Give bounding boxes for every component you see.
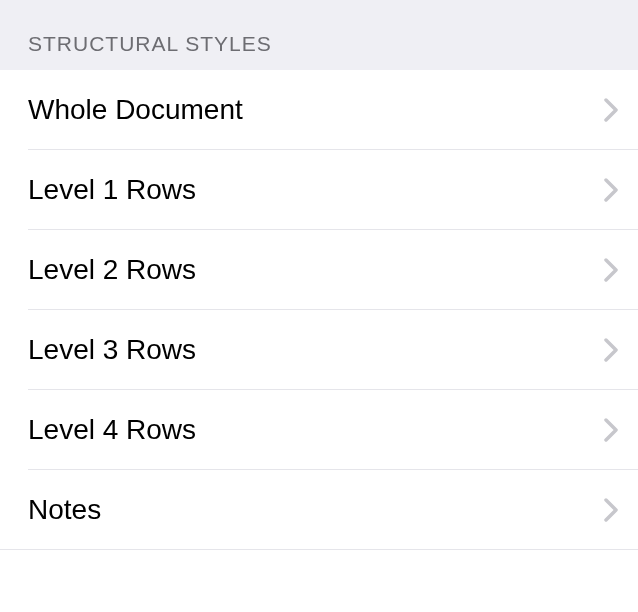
list-item-label: Level 2 Rows bbox=[28, 254, 196, 286]
list-item-level-2-rows[interactable]: Level 2 Rows bbox=[0, 230, 638, 310]
chevron-right-icon bbox=[604, 98, 618, 122]
chevron-right-icon bbox=[604, 498, 618, 522]
list-item-level-4-rows[interactable]: Level 4 Rows bbox=[0, 390, 638, 470]
list-item-label: Level 1 Rows bbox=[28, 174, 196, 206]
list-item-level-3-rows[interactable]: Level 3 Rows bbox=[0, 310, 638, 390]
list-item-label: Level 4 Rows bbox=[28, 414, 196, 446]
list-item-level-1-rows[interactable]: Level 1 Rows bbox=[0, 150, 638, 230]
list-item-whole-document[interactable]: Whole Document bbox=[0, 70, 638, 150]
structural-styles-list: Whole Document Level 1 Rows Level 2 Rows… bbox=[0, 70, 638, 550]
chevron-right-icon bbox=[604, 178, 618, 202]
list-item-label: Level 3 Rows bbox=[28, 334, 196, 366]
list-item-label: Whole Document bbox=[28, 94, 243, 126]
chevron-right-icon bbox=[604, 258, 618, 282]
section-header: STRUCTURAL STYLES bbox=[0, 0, 638, 70]
list-item-label: Notes bbox=[28, 494, 101, 526]
list-item-notes[interactable]: Notes bbox=[0, 470, 638, 550]
chevron-right-icon bbox=[604, 338, 618, 362]
chevron-right-icon bbox=[604, 418, 618, 442]
